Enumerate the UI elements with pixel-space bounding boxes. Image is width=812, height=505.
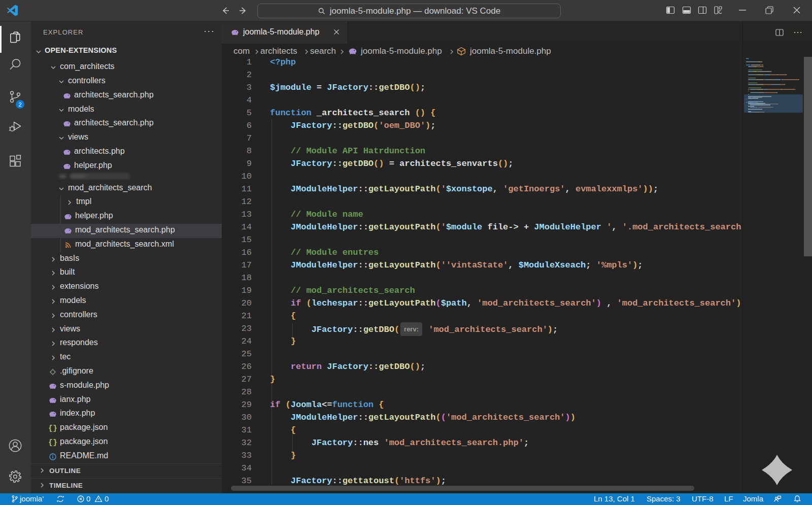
svg-text:{}: {} xyxy=(49,439,57,447)
svg-text:{}: {} xyxy=(49,424,57,432)
